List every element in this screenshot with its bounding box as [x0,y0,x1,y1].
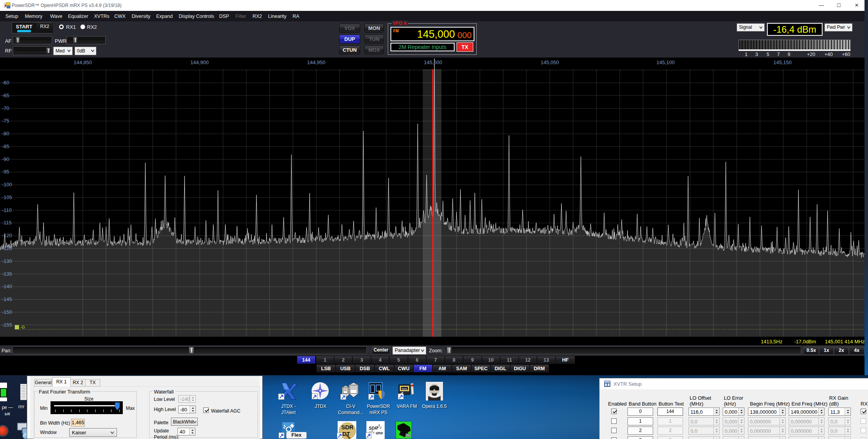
svg-text:-120: -120 [2,233,12,238]
svg-text:145,100: 145,100 [657,59,675,65]
svg-text:-75: -75 [2,118,9,124]
svg-text:Mails: Mails [402,388,407,390]
svg-text:SDR: SDR [369,426,378,430]
svg-text:-125: -125 [2,245,12,251]
svg-text:144,850: 144,850 [74,59,92,65]
svg-text:-100: -100 [2,182,12,187]
svg-text:-65: -65 [2,93,9,98]
svg-text:-150: -150 [2,309,12,315]
svg-text:-90: -90 [2,156,9,162]
svg-text:144,900: 144,900 [190,59,209,65]
svg-text:-145: -145 [2,296,12,302]
svg-text:-G: -G [20,325,25,329]
svg-text:-95: -95 [2,169,9,175]
svg-text:-80: -80 [2,131,9,136]
svg-text:-85: -85 [2,143,9,149]
svg-text:-135: -135 [2,271,12,277]
svg-text:-130: -130 [2,258,12,264]
svg-text:uno: uno [376,431,383,435]
svg-text:-60: -60 [2,80,9,86]
svg-text:145,150: 145,150 [774,59,792,65]
svg-text:SDR: SDR [341,424,354,430]
svg-text:144,950: 144,950 [307,59,326,65]
svg-text:-110: -110 [2,207,12,213]
svg-text:-155: -155 [2,322,12,328]
svg-text:-140: -140 [2,283,12,289]
svg-text:-70: -70 [2,105,9,111]
svg-text:145,050: 145,050 [541,59,559,65]
svg-text:145,000: 145,000 [424,59,442,65]
svg-text:-115: -115 [2,220,12,226]
svg-text:-105: -105 [2,194,12,200]
